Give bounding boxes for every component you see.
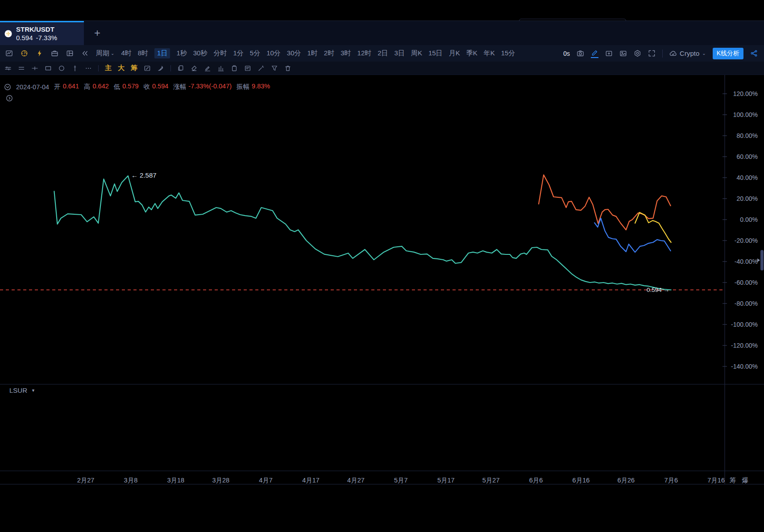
trash-icon[interactable] bbox=[284, 65, 291, 72]
settings-icon[interactable] bbox=[634, 50, 641, 57]
funnel-icon[interactable] bbox=[271, 65, 278, 72]
brush-icon[interactable] bbox=[157, 65, 164, 72]
large-view-tool[interactable]: 大 bbox=[118, 64, 125, 72]
pen-line-icon[interactable] bbox=[204, 65, 211, 72]
cross-line-icon[interactable] bbox=[31, 65, 38, 72]
scrollbar-thumb[interactable] bbox=[760, 250, 764, 270]
y-axis-label: 100.00% bbox=[733, 111, 758, 118]
x-axis-label-4月27: 4月27 bbox=[347, 477, 365, 484]
y-axis-label: 20.00% bbox=[737, 195, 758, 202]
fullscreen-icon[interactable] bbox=[648, 50, 656, 57]
x-axis-label-3月28: 3月28 bbox=[212, 477, 229, 484]
note-edit-icon[interactable] bbox=[244, 65, 251, 72]
chart-region: 2024-07-04 开0.641高0.642低0.579收0.594涨幅-7.… bbox=[0, 75, 764, 532]
binance-icon bbox=[4, 30, 12, 37]
period-10分[interactable]: 10分 bbox=[266, 49, 281, 58]
period-1日[interactable]: 1日 bbox=[154, 48, 170, 58]
y-axis-label: 60.00% bbox=[737, 153, 758, 160]
circle-chevron-right-icon[interactable] bbox=[6, 95, 13, 102]
pattern-icon[interactable] bbox=[217, 65, 224, 72]
chevron-down-icon: ⌄ bbox=[111, 51, 114, 56]
toolbar-separator bbox=[170, 65, 171, 71]
ellipse-tool-icon[interactable] bbox=[58, 65, 65, 72]
clone-tool-icon[interactable] bbox=[177, 65, 184, 72]
camera-icon[interactable] bbox=[577, 50, 584, 57]
x-axis-label-6月26: 6月26 bbox=[617, 477, 635, 484]
period-年K[interactable]: 年K bbox=[484, 49, 495, 58]
clipboard-icon[interactable] bbox=[231, 65, 238, 72]
x-axis-label-7月6: 7月6 bbox=[664, 477, 678, 484]
cloud-sync-menu[interactable]: Crypto ⌄ bbox=[669, 50, 706, 57]
dashboard-icon[interactable] bbox=[21, 50, 28, 57]
screenshot-image-icon[interactable] bbox=[619, 50, 627, 57]
y-axis-label: -40.00% bbox=[735, 258, 758, 265]
ohlc-bar: 2024-07-04 开0.641高0.642低0.579收0.594涨幅-7.… bbox=[4, 83, 270, 91]
period-分时[interactable]: 分时 bbox=[213, 49, 227, 58]
scrollbar-arrow-icon bbox=[757, 258, 760, 262]
chevron-down-icon: ⌄ bbox=[702, 51, 706, 56]
ohlc-field: 高0.642 bbox=[84, 83, 109, 91]
background-window-hint bbox=[519, 19, 626, 21]
period-月K[interactable]: 月K bbox=[449, 49, 460, 58]
eraser-icon[interactable] bbox=[191, 65, 198, 72]
series-line-STRK/USDT bbox=[54, 176, 671, 290]
period-2日[interactable]: 2日 bbox=[378, 49, 388, 58]
add-window-icon[interactable] bbox=[605, 50, 613, 57]
chips-tool[interactable]: 筹 bbox=[131, 64, 137, 72]
vline-tool-icon[interactable] bbox=[71, 65, 79, 72]
x-axis-label-4月17: 4月17 bbox=[302, 477, 320, 484]
parallel-lines-icon[interactable] bbox=[18, 65, 25, 72]
lsur-indicator-dropdown[interactable]: LSUR ▼ bbox=[9, 387, 35, 394]
period-1秒[interactable]: 1秒 bbox=[176, 49, 187, 58]
x-axis-label-5月27: 5月27 bbox=[482, 477, 500, 484]
circle-chevron-down-icon[interactable] bbox=[4, 83, 11, 91]
x-axis-label-6月16: 6月16 bbox=[573, 477, 590, 484]
y-axis-label: -60.00% bbox=[735, 279, 758, 286]
period-季K[interactable]: 季K bbox=[466, 49, 478, 58]
toolbox-icon[interactable] bbox=[51, 50, 58, 57]
kline-chart-icon[interactable] bbox=[5, 50, 13, 57]
rect-tool-icon[interactable] bbox=[45, 65, 52, 72]
period-15分[interactable]: 15分 bbox=[501, 49, 515, 58]
x-axis-label-2月27: 2月27 bbox=[77, 477, 95, 484]
flash-icon[interactable] bbox=[36, 50, 43, 57]
period-30秒[interactable]: 30秒 bbox=[193, 49, 208, 58]
period-周K[interactable]: 周K bbox=[411, 49, 422, 58]
period-menu[interactable]: 周期⌄ bbox=[96, 49, 114, 58]
draw-pencil-icon[interactable] bbox=[591, 49, 598, 58]
ohlc-field: 涨幅-7.33%(-0.047) bbox=[173, 83, 232, 91]
tab-price: 0.594 bbox=[16, 34, 33, 42]
tab-bar: STRK/USDT 0.594 -7.33% + bbox=[0, 21, 764, 45]
tab-strk-usdt[interactable]: STRK/USDT 0.594 -7.33% bbox=[0, 21, 84, 45]
period-2时[interactable]: 2时 bbox=[324, 49, 334, 58]
layout-icon[interactable] bbox=[66, 50, 74, 57]
period-12时[interactable]: 12时 bbox=[357, 49, 372, 58]
ohlc-field: 低0.579 bbox=[114, 83, 139, 91]
more-tools-icon[interactable] bbox=[85, 65, 92, 72]
ohlc-date: 2024-07-04 bbox=[16, 83, 49, 91]
axis-extra-label: 筹 bbox=[730, 477, 736, 484]
main-toolbar: 周期⌄ 4时8时1日1秒30秒分时1分5分10分30分1时2时3时12时2日3日… bbox=[0, 45, 764, 62]
magic-icon[interactable] bbox=[257, 65, 265, 72]
x-axis-label-6月6: 6月6 bbox=[529, 477, 543, 484]
new-tab-button[interactable]: + bbox=[84, 21, 111, 45]
trend-tools-icon[interactable] bbox=[4, 65, 12, 72]
price-chart[interactable]: 120.00%100.00%80.00%60.00%40.00%20.00%0.… bbox=[0, 75, 764, 532]
x-axis-label-5月7: 5月7 bbox=[394, 477, 408, 484]
main-indicator-tool[interactable]: 主 bbox=[105, 64, 112, 72]
edit-chart-icon[interactable] bbox=[144, 65, 151, 72]
cloud-menu-label: Crypto bbox=[680, 50, 699, 57]
period-5分[interactable]: 5分 bbox=[250, 49, 260, 58]
period-1分[interactable]: 1分 bbox=[233, 49, 243, 58]
share-icon[interactable] bbox=[750, 50, 758, 57]
kline-analysis-button[interactable]: K线分析 bbox=[713, 48, 743, 59]
y-axis-label: 40.00% bbox=[737, 174, 758, 181]
period-30分[interactable]: 30分 bbox=[287, 49, 301, 58]
rewind-icon[interactable] bbox=[81, 50, 89, 57]
period-3时[interactable]: 3时 bbox=[340, 49, 351, 58]
period-8时[interactable]: 8时 bbox=[138, 49, 148, 58]
period-3日[interactable]: 3日 bbox=[394, 49, 405, 58]
period-1时[interactable]: 1时 bbox=[307, 49, 318, 58]
period-4时[interactable]: 4时 bbox=[121, 49, 131, 58]
period-15日[interactable]: 15日 bbox=[428, 49, 443, 58]
